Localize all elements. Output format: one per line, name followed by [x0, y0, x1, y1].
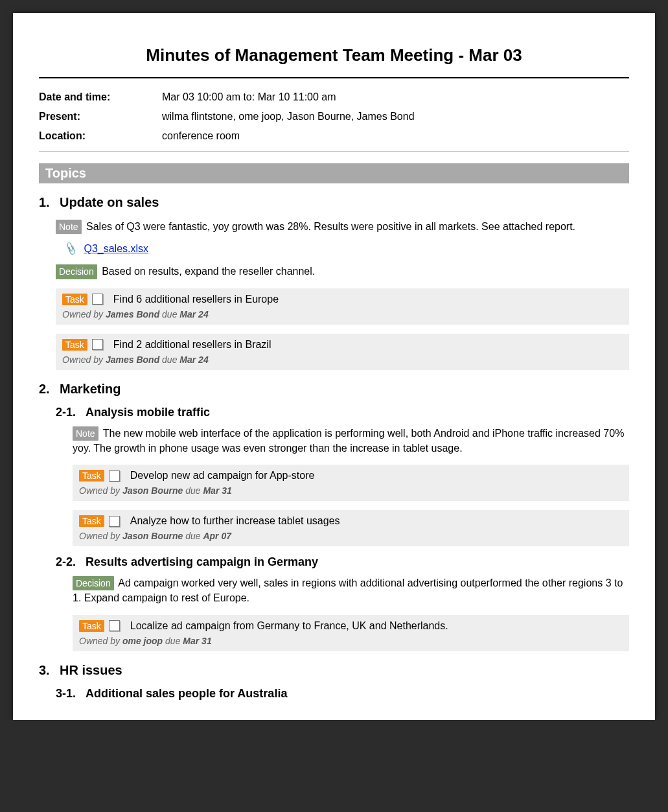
topic-number: 2.	[39, 382, 60, 397]
note-text: The new mobile web interface of the appl…	[73, 428, 624, 454]
topic-3-heading: 3. HR issues	[39, 663, 629, 678]
task-checkbox[interactable]	[92, 339, 103, 350]
subtopic-title: Analysis mobile traffic	[86, 406, 210, 419]
topic-2-1-heading: 2-1. Analysis mobile traffic	[56, 406, 629, 419]
task-due: Mar 24	[179, 354, 208, 365]
document-page: Minutes of Management Team Meeting - Mar…	[13, 13, 655, 720]
due-label: due	[183, 485, 203, 496]
task-checkbox[interactable]	[109, 470, 120, 481]
task-item: Task Localize ad campaign from Germany t…	[73, 615, 629, 651]
topic-number: 1.	[39, 195, 60, 210]
task-due: Mar 31	[183, 636, 211, 646]
meta-present-value: wilma flintstone, ome joop, Jason Bourne…	[162, 111, 629, 122]
topic-2-1-note: Note The new mobile web interface of the…	[73, 426, 629, 456]
owned-by-label: Owned by	[79, 531, 122, 541]
meta-present-label: Present:	[39, 111, 162, 122]
task-owner: Jason Bourne	[122, 485, 183, 496]
task-meta: Owned by Jason Bourne due Mar 31	[79, 485, 623, 496]
topic-title: Update on sales	[60, 195, 159, 210]
meta-location-value: conference room	[162, 130, 629, 142]
owned-by-label: Owned by	[79, 485, 122, 496]
note-tag: Note	[56, 220, 82, 234]
meta-date-label: Date and time:	[39, 91, 162, 103]
attachment-row: 📎 Q3_sales.xlsx	[65, 243, 629, 255]
decision-tag: Decision	[56, 264, 97, 279]
meta-date-value: Mar 03 10:00 am to: Mar 10 11:00 am	[162, 91, 629, 103]
attachment-link[interactable]: Q3_sales.xlsx	[84, 243, 148, 254]
topics-heading: Topics	[39, 163, 629, 183]
owned-by-label: Owned by	[62, 309, 106, 319]
decision-text: Based on results, expand the reseller ch…	[102, 266, 315, 277]
task-tag: Task	[79, 515, 104, 527]
task-owner: James Bond	[106, 309, 159, 319]
task-text: Develop new ad campaign for App-store	[130, 470, 315, 481]
task-text: Analyze how to further increase tablet u…	[130, 515, 340, 527]
decision-text: Ad campaign worked very well, sales in r…	[73, 577, 623, 603]
task-due: Mar 31	[203, 485, 231, 496]
task-meta: Owned by James Bond due Mar 24	[62, 309, 623, 319]
owned-by-label: Owned by	[79, 636, 122, 646]
owned-by-label: Owned by	[62, 354, 106, 365]
task-item: Task Analyze how to further increase tab…	[73, 510, 629, 546]
task-tag: Task	[62, 294, 87, 305]
task-owner: Jason Bourne	[122, 531, 183, 541]
task-tag: Task	[62, 339, 87, 351]
decision-tag: Decision	[73, 576, 114, 590]
due-label: due	[163, 636, 183, 646]
due-label: due	[159, 309, 179, 319]
subtopic-number: 2-2.	[56, 555, 86, 569]
task-owner: James Bond	[106, 354, 159, 365]
task-text: Find 2 additional resellers in Brazil	[113, 339, 271, 351]
topic-title: Marketing	[60, 382, 121, 397]
meta-table: Date and time: Mar 03 10:00 am to: Mar 1…	[39, 87, 629, 146]
subtopic-number: 2-1.	[56, 406, 86, 419]
task-item: Task Find 2 additional resellers in Braz…	[56, 334, 629, 370]
note-tag: Note	[73, 426, 98, 441]
task-meta: Owned by James Bond due Mar 24	[62, 354, 623, 365]
topic-1-heading: 1. Update on sales	[39, 195, 629, 210]
title-rule	[39, 77, 629, 78]
task-item: Task Find 6 additional resellers in Euro…	[56, 288, 629, 325]
task-meta: Owned by Jason Bourne due Apr 07	[79, 531, 623, 541]
task-owner: ome joop	[122, 636, 163, 646]
note-text: Sales of Q3 were fantastic, yoy growth w…	[86, 221, 575, 232]
topic-2-heading: 2. Marketing	[39, 382, 629, 397]
task-checkbox[interactable]	[109, 620, 120, 631]
task-tag: Task	[79, 620, 104, 632]
subtopic-title: Results advertising campaign in Germany	[86, 555, 318, 569]
task-text: Localize ad campaign from Germany to Fra…	[130, 620, 448, 632]
topic-number: 3.	[39, 663, 60, 678]
task-due: Mar 24	[179, 309, 208, 319]
task-checkbox[interactable]	[92, 294, 103, 305]
task-meta: Owned by ome joop due Mar 31	[79, 636, 623, 646]
task-tag: Task	[79, 470, 104, 481]
paperclip-icon: 📎	[63, 242, 78, 257]
subtopic-number: 3-1.	[56, 687, 86, 701]
topic-2-2-decision: Decision Ad campaign worked very well, s…	[73, 575, 629, 605]
subtopic-title: Additional sales people for Australia	[86, 687, 287, 701]
topic-title: HR issues	[60, 663, 122, 678]
topic-3-1-heading: 3-1. Additional sales people for Austral…	[56, 687, 629, 701]
topic-1-decision: Decision Based on results, expand the re…	[56, 264, 629, 279]
meta-location-label: Location:	[39, 130, 162, 142]
topic-1-note: Note Sales of Q3 were fantastic, yoy gro…	[56, 219, 629, 234]
due-label: due	[183, 531, 203, 541]
task-text: Find 6 additional resellers in Europe	[113, 294, 279, 305]
meta-divider	[39, 151, 629, 152]
task-checkbox[interactable]	[109, 516, 120, 527]
topic-2-2-heading: 2-2. Results advertising campaign in Ger…	[56, 555, 629, 569]
document-title: Minutes of Management Team Meeting - Mar…	[39, 45, 629, 65]
task-due: Apr 07	[203, 531, 231, 541]
due-label: due	[159, 354, 179, 365]
task-item: Task Develop new ad campaign for App-sto…	[73, 465, 629, 501]
